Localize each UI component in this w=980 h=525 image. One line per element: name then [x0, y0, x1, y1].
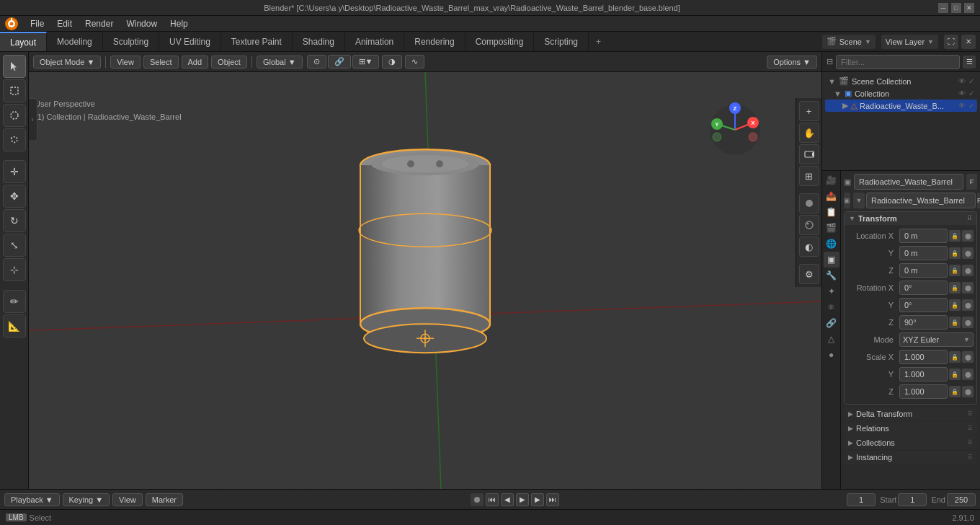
collection-eye[interactable]: 👁: [958, 89, 966, 97]
rotation-z-anim[interactable]: ⬤: [962, 317, 974, 328]
mesh-name-input[interactable]: [866, 193, 976, 208]
scene-collection-checkbox[interactable]: ✓: [968, 77, 974, 85]
outliner-collection[interactable]: ▼ ▣ Collection 👁 ✓: [825, 87, 977, 100]
measure-button[interactable]: 📐: [3, 314, 26, 338]
playback-menu[interactable]: Playback ▼: [4, 493, 60, 506]
current-frame-input[interactable]: [847, 493, 876, 506]
proportional-button[interactable]: ⊙: [307, 55, 326, 69]
object-props-icon[interactable]: ▣: [824, 252, 839, 268]
render-region-button[interactable]: ⊞: [799, 166, 819, 186]
instancing-drag[interactable]: ⠿: [968, 454, 973, 461]
mesh-fake-user-button[interactable]: F: [977, 193, 980, 208]
move-tool-button[interactable]: ✥: [3, 185, 26, 208]
mesh-name-selector[interactable]: ▼: [853, 193, 976, 208]
object-checkbox[interactable]: ✓: [968, 102, 974, 110]
navigation-gizmo[interactable]: Z X Y: [706, 101, 764, 159]
mesh-selector-button[interactable]: ▣: [844, 193, 850, 208]
outliner-filter-button[interactable]: ☰: [963, 56, 976, 69]
menu-render[interactable]: Render: [79, 17, 119, 30]
tab-scripting[interactable]: Scripting: [534, 32, 589, 51]
constraints-props-icon[interactable]: 🔗: [824, 315, 839, 331]
add-workspace-button[interactable]: +: [589, 32, 608, 51]
scale-x-value[interactable]: 1.000: [899, 350, 948, 364]
curve-button[interactable]: ∿: [405, 55, 424, 69]
timeline-view-menu[interactable]: View: [112, 493, 143, 506]
delta-transform-section[interactable]: ▶ Delta Transform ⠿: [844, 407, 977, 420]
tab-shading[interactable]: Shading: [293, 32, 345, 51]
viewport-view-menu[interactable]: View: [110, 56, 141, 69]
render-props-icon[interactable]: 🎥: [824, 172, 839, 188]
rotation-y-value[interactable]: 0°: [899, 298, 948, 312]
tab-animation[interactable]: Animation: [345, 32, 404, 51]
rotation-x-lock[interactable]: 🔒: [949, 282, 961, 294]
rotation-y-anim[interactable]: ⬤: [962, 299, 974, 311]
object-mode-selector[interactable]: Object Mode ▼: [33, 56, 101, 69]
sidebar-toggle-button[interactable]: ‹: [29, 98, 37, 141]
object-eye[interactable]: 👁: [958, 102, 966, 110]
scale-y-lock[interactable]: 🔒: [949, 369, 961, 380]
scale-x-lock[interactable]: 🔒: [949, 351, 961, 363]
scale-x-anim[interactable]: ⬤: [962, 351, 974, 363]
select-tool-button[interactable]: [3, 55, 26, 78]
view-layer-selector[interactable]: View Layer ▼: [881, 35, 938, 49]
mask-button[interactable]: ◑: [382, 55, 402, 69]
zoom-in-button[interactable]: +: [799, 101, 819, 121]
rotation-mode-selector[interactable]: XYZ Euler ▼: [899, 332, 974, 347]
scene-properties-button[interactable]: ⚙: [799, 264, 819, 284]
jump-start-button[interactable]: ⏮: [486, 493, 499, 506]
start-frame-input[interactable]: [898, 493, 927, 506]
snap-settings[interactable]: ⊞▼: [352, 55, 380, 69]
pan-button[interactable]: ✋: [799, 123, 819, 143]
location-z-anim[interactable]: ⬤: [962, 265, 974, 276]
location-z-lock[interactable]: 🔒: [949, 265, 961, 276]
viewport-add-menu[interactable]: Add: [182, 56, 209, 69]
location-z-value[interactable]: 0 m: [899, 263, 948, 278]
next-frame-button[interactable]: ▶: [531, 493, 544, 506]
location-y-lock[interactable]: 🔒: [949, 247, 961, 259]
tab-rendering[interactable]: Rendering: [404, 32, 465, 51]
end-frame-input[interactable]: [947, 493, 976, 506]
viewport-select-menu[interactable]: Select: [143, 56, 179, 69]
rotation-y-lock[interactable]: 🔒: [949, 299, 961, 311]
maximize-button[interactable]: □: [951, 3, 961, 13]
camera-view-button[interactable]: [799, 144, 819, 164]
instancing-section[interactable]: ▶ Instancing ⠿: [844, 451, 977, 464]
tab-compositing[interactable]: Compositing: [466, 32, 535, 51]
particles-props-icon[interactable]: ✦: [824, 283, 839, 299]
scale-tool-button[interactable]: ⤡: [3, 234, 26, 257]
location-x-anim[interactable]: ⬤: [962, 230, 974, 242]
material-view-button[interactable]: [799, 215, 819, 235]
scene-selector[interactable]: 🎬 Scene ▼: [822, 35, 876, 49]
relations-section[interactable]: ▶ Relations ⠿: [844, 422, 977, 435]
transform-global-selector[interactable]: Global ▼: [257, 56, 303, 69]
viewport-object-menu[interactable]: Object: [211, 56, 247, 69]
scale-z-lock[interactable]: 🔒: [949, 386, 961, 397]
play-button[interactable]: ▶: [516, 493, 529, 506]
mesh-dropdown-button[interactable]: ▼: [853, 193, 865, 208]
collection-checkbox[interactable]: ✓: [968, 89, 974, 97]
menu-file[interactable]: File: [24, 17, 50, 30]
fullscreen-button[interactable]: ⛶: [944, 35, 958, 49]
rotation-x-anim[interactable]: ⬤: [962, 282, 974, 294]
minimize-button[interactable]: ─: [938, 3, 948, 13]
collections-drag[interactable]: ⠿: [968, 439, 973, 446]
snap-button[interactable]: 🔗: [328, 55, 351, 69]
material-props-icon[interactable]: ●: [824, 347, 839, 363]
transform-drag-handle[interactable]: ⠿: [967, 215, 972, 222]
solid-view-button[interactable]: [799, 193, 819, 213]
object-name-input[interactable]: [854, 174, 963, 190]
modifier-props-icon[interactable]: 🔧: [824, 268, 839, 283]
output-props-icon[interactable]: 📤: [824, 188, 839, 204]
scale-y-value[interactable]: 1.000: [899, 367, 948, 381]
marker-menu[interactable]: Marker: [146, 493, 183, 506]
prev-frame-button[interactable]: ◀: [501, 493, 514, 506]
location-x-value[interactable]: 0 m: [899, 229, 948, 243]
transform-tool-button[interactable]: ⊹: [3, 258, 26, 281]
keying-menu[interactable]: Keying ▼: [63, 493, 110, 506]
scene-props-icon[interactable]: 🎬: [824, 220, 839, 236]
fake-user-button[interactable]: F: [966, 174, 977, 190]
viewport[interactable]: Object Mode ▼ View Select Add Object Glo…: [29, 52, 821, 489]
close-button[interactable]: ✕: [964, 3, 974, 13]
menu-window[interactable]: Window: [120, 17, 163, 30]
window-controls[interactable]: ─ □ ✕: [938, 3, 974, 13]
